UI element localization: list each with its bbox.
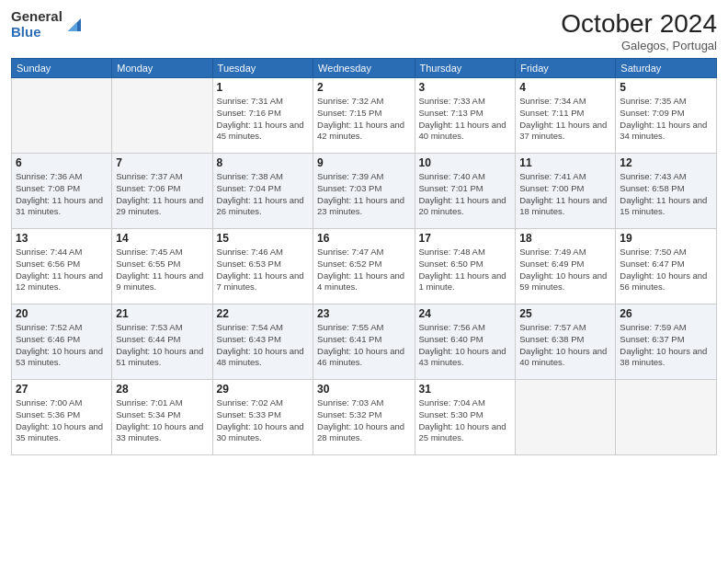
day-number: 6: [16, 156, 108, 169]
day-info: Sunrise: 7:53 AM Sunset: 6:44 PM Dayligh…: [116, 322, 208, 369]
calendar-cell: 3Sunrise: 7:33 AM Sunset: 7:13 PM Daylig…: [415, 78, 516, 154]
day-number: 16: [317, 232, 410, 245]
day-info: Sunrise: 7:40 AM Sunset: 7:01 PM Dayligh…: [419, 171, 512, 218]
day-number: 26: [620, 307, 712, 320]
day-number: 25: [519, 307, 611, 320]
day-info: Sunrise: 7:00 AM Sunset: 5:36 PM Dayligh…: [16, 397, 108, 444]
logo-icon: [64, 15, 85, 35]
day-info: Sunrise: 7:50 AM Sunset: 6:47 PM Dayligh…: [620, 247, 712, 293]
day-number: 11: [519, 156, 611, 169]
title-section: October 2024 Galegos, Portugal: [561, 9, 717, 52]
calendar-cell: 16Sunrise: 7:47 AM Sunset: 6:52 PM Dayli…: [313, 229, 415, 304]
day-number: 17: [419, 232, 512, 245]
day-number: 30: [317, 383, 410, 396]
col-sunday: Sunday: [12, 59, 112, 78]
calendar-cell: 24Sunrise: 7:56 AM Sunset: 6:40 PM Dayli…: [415, 304, 516, 380]
col-monday: Monday: [112, 59, 212, 78]
calendar-cell: 22Sunrise: 7:54 AM Sunset: 6:43 PM Dayli…: [212, 304, 313, 380]
day-number: 2: [317, 81, 410, 94]
logo-blue: Blue: [11, 25, 63, 40]
calendar-cell: 10Sunrise: 7:40 AM Sunset: 7:01 PM Dayli…: [415, 154, 516, 229]
location: Galegos, Portugal: [561, 39, 717, 52]
calendar-week-row: 1Sunrise: 7:31 AM Sunset: 7:16 PM Daylig…: [12, 78, 717, 154]
calendar-cell: 20Sunrise: 7:52 AM Sunset: 6:46 PM Dayli…: [12, 304, 112, 380]
day-number: 22: [217, 307, 310, 320]
day-info: Sunrise: 7:39 AM Sunset: 7:03 PM Dayligh…: [317, 171, 410, 218]
day-number: 7: [116, 156, 208, 169]
calendar-cell: [112, 78, 212, 154]
day-info: Sunrise: 7:54 AM Sunset: 6:43 PM Dayligh…: [217, 322, 310, 369]
day-info: Sunrise: 7:04 AM Sunset: 5:30 PM Dayligh…: [419, 397, 512, 444]
calendar-cell: 28Sunrise: 7:01 AM Sunset: 5:34 PM Dayli…: [112, 380, 212, 455]
calendar-cell: 6Sunrise: 7:36 AM Sunset: 7:08 PM Daylig…: [12, 154, 112, 229]
day-number: 9: [317, 156, 410, 169]
calendar-week-row: 27Sunrise: 7:00 AM Sunset: 5:36 PM Dayli…: [12, 380, 717, 455]
day-number: 15: [217, 232, 310, 245]
calendar-cell: 12Sunrise: 7:43 AM Sunset: 6:58 PM Dayli…: [616, 154, 717, 229]
day-number: 24: [419, 307, 512, 320]
calendar-cell: 27Sunrise: 7:00 AM Sunset: 5:36 PM Dayli…: [12, 380, 112, 455]
day-info: Sunrise: 7:59 AM Sunset: 6:37 PM Dayligh…: [620, 322, 712, 369]
col-saturday: Saturday: [616, 59, 717, 78]
month-title: October 2024: [561, 9, 717, 39]
day-number: 27: [16, 383, 108, 396]
day-info: Sunrise: 7:52 AM Sunset: 6:46 PM Dayligh…: [16, 322, 108, 369]
day-info: Sunrise: 7:44 AM Sunset: 6:56 PM Dayligh…: [16, 247, 108, 293]
day-info: Sunrise: 7:41 AM Sunset: 7:00 PM Dayligh…: [519, 171, 611, 218]
day-info: Sunrise: 7:46 AM Sunset: 6:53 PM Dayligh…: [217, 247, 310, 293]
calendar-cell: 13Sunrise: 7:44 AM Sunset: 6:56 PM Dayli…: [12, 229, 112, 304]
day-info: Sunrise: 7:57 AM Sunset: 6:38 PM Dayligh…: [519, 322, 611, 369]
day-number: 28: [116, 383, 208, 396]
day-info: Sunrise: 7:34 AM Sunset: 7:11 PM Dayligh…: [519, 96, 611, 143]
calendar-cell: 30Sunrise: 7:03 AM Sunset: 5:32 PM Dayli…: [313, 380, 415, 455]
col-thursday: Thursday: [415, 59, 516, 78]
calendar-cell: 29Sunrise: 7:02 AM Sunset: 5:33 PM Dayli…: [212, 380, 313, 455]
day-info: Sunrise: 7:48 AM Sunset: 6:50 PM Dayligh…: [419, 247, 512, 293]
calendar-week-row: 20Sunrise: 7:52 AM Sunset: 6:46 PM Dayli…: [12, 304, 717, 380]
day-info: Sunrise: 7:55 AM Sunset: 6:41 PM Dayligh…: [317, 322, 410, 369]
day-info: Sunrise: 7:38 AM Sunset: 7:04 PM Dayligh…: [217, 171, 310, 218]
logo-text: General Blue: [11, 9, 63, 40]
calendar-cell: 17Sunrise: 7:48 AM Sunset: 6:50 PM Dayli…: [415, 229, 516, 304]
day-number: 31: [419, 383, 512, 396]
day-info: Sunrise: 7:43 AM Sunset: 6:58 PM Dayligh…: [620, 171, 712, 218]
day-number: 29: [217, 383, 310, 396]
day-number: 19: [620, 232, 712, 245]
calendar-cell: 7Sunrise: 7:37 AM Sunset: 7:06 PM Daylig…: [112, 154, 212, 229]
day-info: Sunrise: 7:33 AM Sunset: 7:13 PM Dayligh…: [419, 96, 512, 143]
day-info: Sunrise: 7:36 AM Sunset: 7:08 PM Dayligh…: [16, 171, 108, 218]
col-friday: Friday: [516, 59, 616, 78]
calendar-cell: 19Sunrise: 7:50 AM Sunset: 6:47 PM Dayli…: [616, 229, 717, 304]
day-number: 12: [620, 156, 712, 169]
calendar-cell: 26Sunrise: 7:59 AM Sunset: 6:37 PM Dayli…: [616, 304, 717, 380]
day-number: 20: [16, 307, 108, 320]
calendar-cell: 1Sunrise: 7:31 AM Sunset: 7:16 PM Daylig…: [212, 78, 313, 154]
day-number: 3: [419, 81, 512, 94]
day-info: Sunrise: 7:02 AM Sunset: 5:33 PM Dayligh…: [217, 397, 310, 444]
calendar-cell: 4Sunrise: 7:34 AM Sunset: 7:11 PM Daylig…: [516, 78, 616, 154]
calendar-cell: 14Sunrise: 7:45 AM Sunset: 6:55 PM Dayli…: [112, 229, 212, 304]
calendar-cell: 18Sunrise: 7:49 AM Sunset: 6:49 PM Dayli…: [516, 229, 616, 304]
day-info: Sunrise: 7:03 AM Sunset: 5:32 PM Dayligh…: [317, 397, 410, 444]
calendar-cell: [616, 380, 717, 455]
calendar-cell: 2Sunrise: 7:32 AM Sunset: 7:15 PM Daylig…: [313, 78, 415, 154]
day-number: 4: [519, 81, 611, 94]
day-info: Sunrise: 7:49 AM Sunset: 6:49 PM Dayligh…: [519, 247, 611, 293]
calendar-cell: [516, 380, 616, 455]
calendar-cell: 25Sunrise: 7:57 AM Sunset: 6:38 PM Dayli…: [516, 304, 616, 380]
day-number: 23: [317, 307, 410, 320]
day-number: 5: [620, 81, 712, 94]
logo: General Blue: [11, 9, 85, 40]
svg-marker-1: [68, 22, 77, 31]
calendar-cell: 21Sunrise: 7:53 AM Sunset: 6:44 PM Dayli…: [112, 304, 212, 380]
day-number: 21: [116, 307, 208, 320]
page-container: General Blue October 2024 Galegos, Portu…: [0, 0, 728, 563]
day-number: 13: [16, 232, 108, 245]
calendar-table: Sunday Monday Tuesday Wednesday Thursday…: [11, 58, 717, 455]
calendar-week-row: 13Sunrise: 7:44 AM Sunset: 6:56 PM Dayli…: [12, 229, 717, 304]
calendar-header-row: Sunday Monday Tuesday Wednesday Thursday…: [12, 59, 717, 78]
calendar-cell: 15Sunrise: 7:46 AM Sunset: 6:53 PM Dayli…: [212, 229, 313, 304]
day-info: Sunrise: 7:45 AM Sunset: 6:55 PM Dayligh…: [116, 247, 208, 293]
day-info: Sunrise: 7:32 AM Sunset: 7:15 PM Dayligh…: [317, 96, 410, 143]
day-info: Sunrise: 7:01 AM Sunset: 5:34 PM Dayligh…: [116, 397, 208, 444]
